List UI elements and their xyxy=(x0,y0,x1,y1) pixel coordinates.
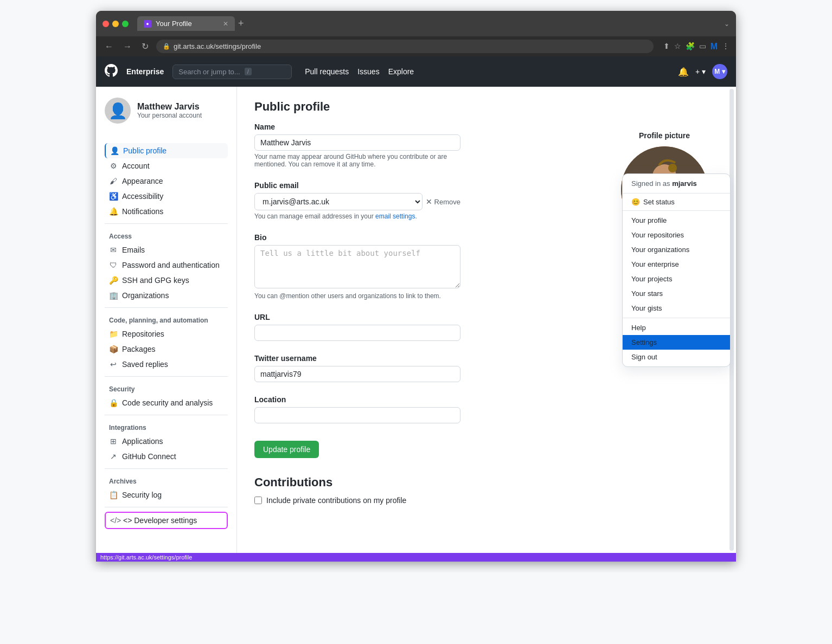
dropdown-sign-out[interactable]: Sign out xyxy=(623,350,730,364)
sidebar-item-developer-settings[interactable]: </> <> Developer settings xyxy=(105,512,228,529)
sidebar-label-appearance: Appearance xyxy=(122,177,163,185)
key-icon: 🔑 xyxy=(109,276,118,285)
maximize-dot[interactable] xyxy=(122,21,129,27)
name-label: Name xyxy=(254,123,588,131)
sidebar-divider-1 xyxy=(105,223,228,224)
email-remove-button[interactable]: ✕ Remove xyxy=(426,197,460,206)
sidebar-item-notifications[interactable]: 🔔 Notifications xyxy=(105,204,228,219)
sidebar-divider-4 xyxy=(105,415,228,415)
back-button[interactable]: ← xyxy=(103,41,116,53)
search-slash: / xyxy=(245,68,252,75)
sidebar-toggle-icon[interactable]: ▭ xyxy=(699,42,706,51)
enterprise-label: Enterprise xyxy=(126,67,164,76)
nav-right: 🔔 + ▾ M ▾ xyxy=(678,64,727,79)
explore-link[interactable]: Explore xyxy=(388,67,414,76)
sidebar-item-github-connect[interactable]: ↗ GitHub Connect xyxy=(105,449,228,464)
notifications-icon[interactable]: 🔔 xyxy=(678,67,689,77)
bell-icon: 🔔 xyxy=(109,207,118,216)
tab-close-button[interactable]: ✕ xyxy=(223,20,228,28)
dropdown-profile-section: Your profile Your repositories Your orga… xyxy=(623,211,730,318)
email-settings-link[interactable]: email settings xyxy=(375,212,415,220)
issues-link[interactable]: Issues xyxy=(357,67,379,76)
active-tab[interactable]: ● Your Profile ✕ xyxy=(137,16,235,31)
sidebar-section-code-label: Code, planning, and automation xyxy=(105,312,228,326)
location-input[interactable] xyxy=(254,407,460,423)
code-security-icon: 🔒 xyxy=(109,398,118,407)
sidebar-label-packages: Packages xyxy=(122,345,155,353)
sidebar-label-emails: Emails xyxy=(122,246,145,254)
dropdown-your-projects[interactable]: Your projects xyxy=(623,272,730,286)
dropdown-help[interactable]: Help xyxy=(623,320,730,335)
dropdown-your-enterprise[interactable]: Your enterprise xyxy=(623,257,730,272)
extension-icon[interactable]: 🧩 xyxy=(686,42,695,51)
dropdown-footer: Help Settings Sign out xyxy=(623,318,730,366)
sidebar-item-organizations[interactable]: 🏢 Organizations xyxy=(105,288,228,303)
sidebar-personal-section: 👤 Public profile ⚙ Account 🖌 Appearance … xyxy=(105,143,228,219)
url-section: URL xyxy=(254,313,588,341)
menu-icon[interactable]: ⋮ xyxy=(722,42,729,51)
email-row: m.jarvis@arts.ac.uk ✕ Remove xyxy=(254,193,460,210)
sidebar-item-security-log[interactable]: 📋 Security log xyxy=(105,487,228,503)
lock-icon: 🔒 xyxy=(163,43,170,50)
avatar-icon[interactable]: M xyxy=(711,42,718,51)
sidebar-label-accessibility: Accessibility xyxy=(122,192,163,201)
plus-icon[interactable]: + ▾ xyxy=(695,67,706,76)
dropdown-your-gists[interactable]: Your gists xyxy=(623,301,730,315)
sidebar-label-developer-settings: <> Developer settings xyxy=(123,516,197,525)
reload-button[interactable]: ↻ xyxy=(139,40,151,53)
sidebar-item-repositories[interactable]: 📁 Repositories xyxy=(105,326,228,342)
name-input[interactable] xyxy=(254,134,460,151)
sidebar-item-accessibility[interactable]: ♿ Accessibility xyxy=(105,189,228,204)
user-avatar[interactable]: M ▾ xyxy=(712,64,727,79)
dropdown-settings[interactable]: Settings xyxy=(623,335,730,350)
sidebar-section-security-label: Security xyxy=(105,381,228,395)
sidebar-item-packages[interactable]: 📦 Packages xyxy=(105,342,228,357)
close-dot[interactable] xyxy=(103,21,109,27)
sidebar-item-emails[interactable]: ✉ Emails xyxy=(105,242,228,257)
email-select[interactable]: m.jarvis@arts.ac.uk xyxy=(254,193,423,210)
set-status-button[interactable]: 😊 Set status xyxy=(623,194,730,211)
dropdown-your-stars[interactable]: Your stars xyxy=(623,286,730,301)
pull-requests-link[interactable]: Pull requests xyxy=(305,67,349,76)
sidebar-item-saved-replies[interactable]: ↩ Saved replies xyxy=(105,357,228,372)
contributions-title: Contributions xyxy=(254,475,588,490)
github-logo[interactable] xyxy=(105,64,118,80)
dropdown-your-repositories[interactable]: Your repositories xyxy=(623,228,730,242)
url-input[interactable] xyxy=(254,325,460,341)
connect-icon: ↗ xyxy=(109,452,118,461)
sidebar-label-github-connect: GitHub Connect xyxy=(122,452,176,461)
sidebar-item-account[interactable]: ⚙ Account xyxy=(105,158,228,173)
reply-icon: ↩ xyxy=(109,360,118,369)
sidebar-item-code-security[interactable]: 🔒 Code security and analysis xyxy=(105,395,228,410)
twitter-input[interactable] xyxy=(254,366,460,382)
private-contributions-checkbox[interactable] xyxy=(254,497,262,504)
sidebar-item-password[interactable]: 🛡 Password and authentication xyxy=(105,257,228,273)
minimize-dot[interactable] xyxy=(112,21,119,27)
bookmark-icon[interactable]: ☆ xyxy=(674,42,681,51)
sidebar-item-public-profile[interactable]: 👤 Public profile xyxy=(105,143,228,158)
sidebar-item-appearance[interactable]: 🖌 Appearance xyxy=(105,173,228,189)
package-icon: 📦 xyxy=(109,345,118,353)
sidebar-code-section: Code, planning, and automation 📁 Reposit… xyxy=(105,312,228,372)
gear-icon: ⚙ xyxy=(109,162,118,170)
sidebar-section-archives-label: Archives xyxy=(105,473,228,487)
new-tab-button[interactable]: + xyxy=(238,18,244,29)
forward-button[interactable]: → xyxy=(121,41,134,53)
bio-textarea[interactable] xyxy=(254,245,460,288)
sidebar-item-ssh[interactable]: 🔑 SSH and GPG keys xyxy=(105,273,228,288)
sidebar-archives-section: Archives 📋 Security log xyxy=(105,473,228,503)
share-icon[interactable]: ⬆ xyxy=(663,42,670,51)
code-icon: </> xyxy=(110,516,119,525)
sidebar-divider-2 xyxy=(105,307,228,308)
dropdown-your-profile[interactable]: Your profile xyxy=(623,213,730,228)
tab-collapse-icon[interactable]: ⌄ xyxy=(724,20,729,28)
sidebar-item-applications[interactable]: ⊞ Applications xyxy=(105,434,228,449)
url-bar[interactable]: 🔒 git.arts.ac.uk/settings/profile xyxy=(156,40,654,53)
sidebar-label-repositories: Repositories xyxy=(122,330,164,338)
email-section: Public email m.jarvis@arts.ac.uk ✕ Remov… xyxy=(254,181,588,220)
repo-icon: 📁 xyxy=(109,330,118,338)
update-profile-button[interactable]: Update profile xyxy=(254,441,319,458)
search-bar[interactable]: Search or jump to... / xyxy=(172,65,292,79)
email-hint-prefix: You can manage email addresses in your xyxy=(254,212,375,220)
dropdown-your-organizations[interactable]: Your organizations xyxy=(623,242,730,257)
